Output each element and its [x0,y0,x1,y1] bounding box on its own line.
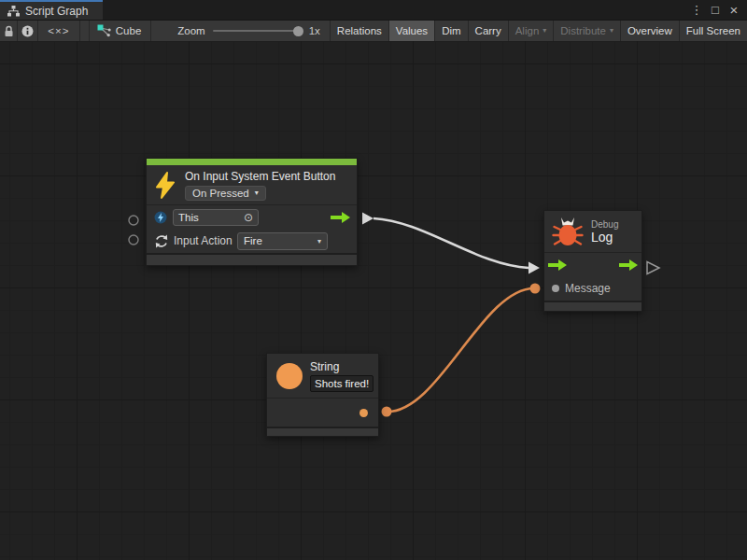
string-output-port[interactable] [382,407,392,417]
string-value-field[interactable]: Shots fired! [310,375,374,392]
debug-output-trigger-port[interactable] [647,262,659,274]
fullscreen-label: Full Screen [686,25,740,36]
input-action-dropdown[interactable]: Fire ▾ [237,232,328,250]
flow-connection-wire[interactable] [374,218,529,268]
toolbar-buttons: Relations Values Dim Carry Align ▾ Distr… [330,21,747,41]
trigger-output-arrow-icon[interactable] [331,212,350,223]
distribute-button[interactable]: Distribute ▾ [553,21,620,41]
zoom-label: Zoom [177,25,204,36]
trigger-input-arrow-icon[interactable] [548,259,567,271]
value-connection-wire[interactable] [387,288,535,412]
trigger-output-arrow-icon[interactable] [619,259,638,271]
tab-title: Script Graph [25,5,88,18]
chevron-down-icon: ▾ [317,237,321,245]
graph-toolbar: <×> Cube Zoom 1x Relations Values Dim Ca… [0,20,747,41]
message-port-row: Message [544,276,641,301]
graph-owner-label: Cube [116,25,142,36]
string-output-row [267,398,378,427]
lightning-bolt-icon [154,172,176,199]
this-port-row: This ⊙ [147,204,357,229]
string-output-dot[interactable] [359,409,368,417]
values-button[interactable]: Values [388,21,434,41]
title-bar: Script Graph ⋮ □ × [0,0,747,20]
object-picker-icon[interactable]: ⊙ [244,211,253,224]
string-node-footer [267,427,378,436]
info-icon [21,25,34,37]
chevron-down-icon: ▾ [543,27,546,35]
close-icon[interactable]: × [726,2,741,18]
input-action-label: Input Action [174,234,233,247]
lock-icon [4,25,14,37]
string-value: Shots fired! [315,378,369,389]
relations-label: Relations [337,25,382,36]
dim-button[interactable]: Dim [434,21,467,41]
info-button[interactable] [18,21,38,41]
zoom-control: Zoom 1x [151,21,330,41]
dim-label: Dim [442,25,460,36]
tab-script-graph[interactable]: Script Graph [0,0,103,20]
fullscreen-button[interactable]: Full Screen [679,21,747,41]
debug-node-header: Debug Log [544,211,641,252]
trigger-dropdown[interactable]: On Pressed ▾ [185,186,266,201]
message-input-port[interactable] [530,284,541,294]
string-literal-node[interactable]: String Shots fired! [266,353,379,437]
event-color-bar [147,159,357,165]
carry-label: Carry [475,25,501,36]
this-field-value: This [178,212,199,223]
string-node-header: String Shots fired! [267,354,378,398]
input-action-icon [154,234,169,248]
debug-node-title: Log [591,230,618,245]
overview-button[interactable]: Overview [620,21,679,41]
graph-owner-breadcrumb[interactable]: Cube [90,21,152,41]
toolbar-spacer [80,21,90,41]
overview-label: Overview [627,25,672,36]
lock-button[interactable] [0,21,18,41]
zoom-value: 1x [309,25,320,36]
align-button[interactable]: Align ▾ [508,21,554,41]
message-port-dot[interactable] [552,285,559,292]
debug-log-node[interactable]: Debug Log Message [543,210,642,312]
input-action-port-row: Input Action Fire ▾ [147,229,357,253]
debug-flow-row [544,252,641,276]
graph-icon [7,6,20,17]
script-graph-window: Script Graph ⋮ □ × <×> [0,0,747,560]
debug-node-footer [544,301,641,311]
event-node-header: On Input System Event Button On Pressed … [147,165,357,204]
event-this-port[interactable] [129,216,138,225]
window-menu-icon[interactable]: ⋮ [689,3,704,17]
string-node-title: String [310,360,374,373]
on-input-system-event-button-node[interactable]: On Input System Event Button On Pressed … [146,158,358,266]
graph-canvas[interactable]: On Input System Event Button On Pressed … [0,41,747,560]
event-node-footer [147,253,357,265]
distribute-label: Distribute [560,25,606,36]
carry-button[interactable]: Carry [468,21,508,41]
chevron-down-icon: ▾ [610,27,613,35]
debug-node-category: Debug [591,219,618,230]
align-label: Align [515,25,540,36]
input-action-value: Fire [244,235,262,246]
zoom-slider-handle[interactable] [293,26,303,36]
message-port-label: Message [565,282,611,295]
bug-icon [552,217,584,246]
event-node-title: On Input System Event Button [185,170,335,183]
event-output-trigger-port[interactable] [362,213,374,225]
event-inputaction-port[interactable] [129,235,138,245]
this-object-field[interactable]: This ⊙ [173,209,259,226]
string-type-icon [276,363,303,389]
maximize-icon[interactable]: □ [708,3,723,17]
chevron-down-icon: ▾ [255,189,259,197]
flow-wire-arrowhead [529,262,540,274]
game-object-icon [154,211,167,224]
code-icon: <×> [48,25,69,36]
trigger-dropdown-value: On Pressed [192,188,249,199]
zoom-slider[interactable] [213,30,302,32]
graph-node-icon [97,24,111,37]
values-label: Values [396,25,428,36]
relations-button[interactable]: Relations [330,21,388,41]
code-preview-button[interactable]: <×> [38,21,80,41]
